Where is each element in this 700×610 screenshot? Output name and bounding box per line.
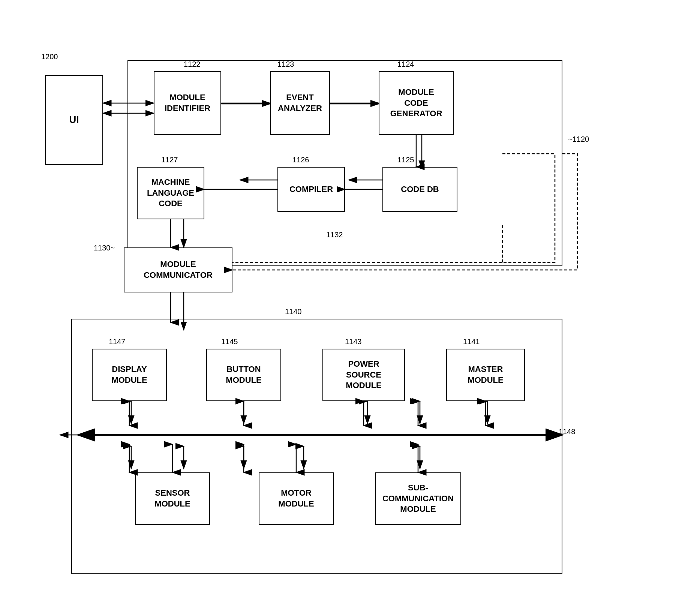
sub-communication-module-box: SUB- COMMUNICATION MODULE [375,472,461,525]
master-module-box: MASTER MODULE [446,349,525,401]
module-identifier-box: MODULE IDENTIFIER [154,71,221,135]
ref-1140: 1140 [285,307,302,316]
ref-1141: 1141 [463,337,480,346]
ref-1200: 1200 [41,52,58,61]
motor-module-box: MOTOR MODULE [259,472,334,525]
ref-1127: 1127 [161,156,178,164]
ref-1130: 1130~ [94,244,115,252]
ref-1120: ~1120 [568,135,589,144]
ref-1124: 1124 [397,60,414,69]
module-code-generator-box: MODULE CODE GENERATOR [379,71,454,135]
display-module-box: DISPLAY MODULE [92,349,167,401]
ref-1147: 1147 [109,337,126,346]
ref-1126: 1126 [292,156,309,164]
diagram-container: 1200 UI ~1120 1122 MODULE IDENTIFIER 112… [22,22,675,592]
power-source-module-box: POWER SOURCE MODULE [322,349,405,401]
ref-1132: 1132 [326,231,343,239]
button-module-box: BUTTON MODULE [206,349,281,401]
ref-1123: 1123 [277,60,294,69]
module-communicator-box: MODULE COMMUNICATOR [124,247,232,292]
compiler-box: COMPILER [277,167,345,212]
ref-1145: 1145 [221,337,238,346]
ui-box: UI [45,75,103,165]
sensor-module-box: SENSOR MODULE [135,472,210,525]
ref-1148: 1148 [559,427,576,436]
machine-language-code-box: MACHINE LANGUAGE CODE [137,167,204,219]
ref-1143: 1143 [345,337,362,346]
ref-1122: 1122 [184,60,201,69]
ref-1125: 1125 [397,156,414,164]
code-db-box: CODE DB [382,167,457,212]
event-analyzer-box: EVENT ANALYZER [270,71,330,135]
